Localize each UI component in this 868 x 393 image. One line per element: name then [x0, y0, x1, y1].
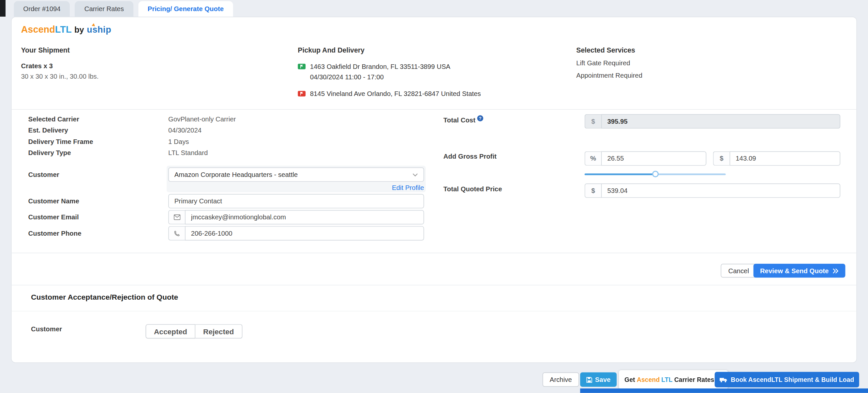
- customer-select[interactable]: Amazon Corporate Headquarters - seattle: [168, 167, 424, 182]
- phone-icon: [168, 226, 185, 241]
- review-send-quote-label: Review & Send Quote: [760, 267, 829, 275]
- total-cost-label-text: Total Cost: [443, 116, 475, 124]
- page: Order #1094 Carrier Rates Pricing/ Gener…: [0, 0, 868, 393]
- customer-select-value: Amazon Corporate Headquarters - seattle: [175, 170, 298, 178]
- est-delivery-value: 04/30/2024: [168, 126, 202, 135]
- pickup-address-row: 1463 Oakfield Dr Brandon, FL 33511-3899 …: [298, 62, 480, 71]
- total-cost-input[interactable]: [601, 114, 840, 129]
- divider: [12, 311, 857, 311]
- pickup-delivery-summary: Pickup And Delivery 1463 Oakfield Dr Bra…: [298, 47, 480, 98]
- gross-profit-amount-group: $: [713, 151, 840, 166]
- acceptance-toggle: Accepted Rejected: [146, 324, 242, 338]
- total-quoted-price-group: $: [585, 184, 840, 198]
- envelope-icon: [168, 210, 185, 224]
- selected-carrier-label: Selected Carrier: [28, 115, 79, 123]
- customer-phone-input[interactable]: [185, 226, 424, 241]
- rejected-button[interactable]: Rejected: [195, 324, 242, 338]
- gross-profit-slider[interactable]: [585, 171, 726, 177]
- get-rates-brand-ltl: LTL: [661, 376, 672, 383]
- book-shipment-button[interactable]: Book AscendLTL Shipment & Build Load: [715, 372, 859, 388]
- shipment-title: Your Shipment: [21, 47, 99, 55]
- divider: [12, 285, 857, 286]
- customer-label: Customer: [28, 171, 59, 179]
- customer-phone-group: [168, 226, 424, 241]
- divider: [12, 109, 857, 110]
- acceptance-section-title: Customer Acceptance/Rejection of Quote: [31, 293, 178, 303]
- service-item: Lift Gate Required: [576, 59, 642, 67]
- customer-name-input[interactable]: [168, 194, 424, 208]
- slider-handle[interactable]: [652, 171, 658, 177]
- customer-email-label: Customer Email: [28, 214, 79, 222]
- chevron-down-icon: [412, 173, 418, 176]
- shipment-summary: Your Shipment Crates x 3 30 x 30 x 30 in…: [21, 47, 99, 81]
- selected-carrier-value: GovPlanet-only Carrier: [168, 115, 236, 123]
- pickup-flag-icon: [298, 64, 306, 69]
- total-cost-label: Total Cost?: [443, 115, 483, 125]
- tab-carrier-rates[interactable]: Carrier Rates: [75, 1, 133, 17]
- save-icon: [586, 377, 592, 383]
- customer-email-group: [168, 210, 424, 224]
- info-icon[interactable]: ?: [477, 115, 483, 121]
- brand-by: by: [74, 25, 84, 34]
- pickup-address: 1463 Oakfield Dr Brandon, FL 33511-3899 …: [310, 62, 450, 71]
- ascendltl-uship-logo: AscendLTLbyuship: [21, 24, 112, 35]
- get-rates-rest: Carrier Rates: [674, 376, 714, 383]
- window-corner: [0, 0, 5, 17]
- tab-pricing-generate-quote[interactable]: Pricing/ Generate Quote: [138, 1, 233, 17]
- selected-services-title: Selected Services: [576, 47, 642, 55]
- total-quoted-price-label: Total Quoted Price: [443, 185, 502, 193]
- book-shipment-label: Book AscendLTL Shipment & Build Load: [731, 376, 854, 383]
- currency-prefix: $: [585, 114, 601, 129]
- currency-prefix: $: [713, 151, 730, 166]
- archive-button[interactable]: Archive: [542, 372, 579, 387]
- get-rates-get: Get: [624, 376, 635, 383]
- pickup-delivery-title: Pickup And Delivery: [298, 47, 480, 55]
- cancel-button[interactable]: Cancel: [721, 264, 757, 277]
- divider: [12, 253, 857, 253]
- customer-phone-label: Customer Phone: [28, 229, 82, 237]
- save-button[interactable]: Save: [580, 372, 617, 387]
- send-icon: [832, 268, 839, 274]
- currency-prefix: $: [585, 184, 601, 198]
- bottom-strip: [580, 388, 868, 393]
- delivery-time-frame-value: 1 Days: [168, 138, 189, 146]
- delivery-time-frame-label: Delivery Time Frame: [28, 138, 93, 146]
- quote-card: AscendLTLbyuship Your Shipment Crates x …: [11, 17, 857, 363]
- brand-ascend: Ascend: [21, 25, 55, 35]
- brand-ltl: LTL: [55, 25, 72, 35]
- customer-name-label: Customer Name: [28, 197, 79, 205]
- total-quoted-price-input[interactable]: [601, 184, 840, 198]
- slider-fill: [585, 173, 655, 175]
- gross-profit-label: Add Gross Profit: [443, 152, 497, 161]
- truck-icon: [720, 377, 727, 383]
- gross-profit-percent-input[interactable]: [601, 151, 707, 166]
- tab-bar: Order #1094 Carrier Rates Pricing/ Gener…: [14, 1, 233, 17]
- uship-logo: uship: [87, 25, 111, 34]
- get-rates-brand-ascend: Ascend: [637, 376, 660, 383]
- get-carrier-rates-button[interactable]: Get AscendLTL Carrier Rates ?: [619, 370, 728, 389]
- percent-prefix: %: [585, 151, 601, 166]
- total-cost-group: $: [585, 114, 840, 129]
- save-label: Save: [595, 376, 611, 384]
- delivery-type-label: Delivery Type: [28, 149, 71, 157]
- acceptance-customer-label: Customer: [31, 326, 62, 334]
- delivery-flag-icon: [298, 91, 306, 96]
- shipment-dimensions: 30 x 30 x 30 in., 30.00 lbs.: [21, 73, 99, 81]
- delivery-address: 8145 Vineland Ave Orlando, FL 32821-6847…: [310, 89, 481, 97]
- gross-profit-amount-input[interactable]: [730, 151, 841, 166]
- tab-order[interactable]: Order #1094: [14, 1, 70, 17]
- review-send-quote-button[interactable]: Review & Send Quote: [753, 264, 845, 277]
- delivery-address-row: 8145 Vineland Ave Orlando, FL 32821-6847…: [298, 89, 480, 97]
- shipment-item: Crates x 3: [21, 62, 99, 70]
- selected-services: Selected Services Lift Gate Required App…: [576, 47, 642, 80]
- delivery-type-value: LTL Standard: [168, 149, 208, 157]
- customer-email-input[interactable]: [185, 210, 424, 224]
- gross-profit-percent-group: %: [585, 151, 706, 166]
- edit-profile-link[interactable]: Edit Profile: [168, 184, 424, 192]
- accepted-button[interactable]: Accepted: [146, 324, 195, 338]
- est-delivery-label: Est. Delivery: [28, 126, 68, 135]
- pickup-window: 04/30/2024 11:00 - 17:00: [310, 73, 481, 81]
- service-item: Appointment Required: [576, 71, 642, 79]
